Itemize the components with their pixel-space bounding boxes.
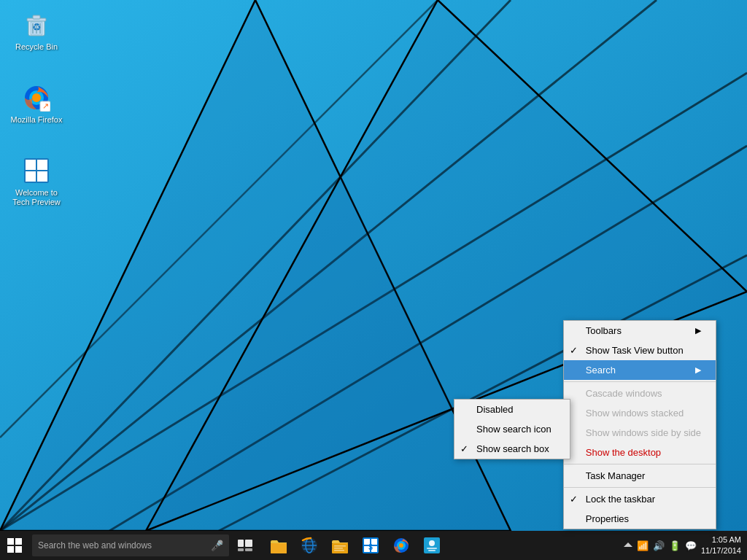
clock[interactable]: 1:05 AM 11/17/2014	[701, 534, 741, 557]
svg-point-19	[32, 93, 41, 102]
check-lock-taskbar: ✓	[570, 494, 578, 505]
taskbar: Search the web and windows 🎤	[0, 531, 747, 560]
menu-item-toolbars[interactable]: Toolbars ▶	[564, 321, 716, 341]
taskbar-search-box[interactable]: Search the web and windows 🎤	[32, 534, 229, 556]
svg-rect-29	[238, 548, 244, 551]
svg-marker-55	[624, 542, 632, 547]
menu-item-lock-taskbar[interactable]: ✓ Lock the taskbar	[564, 489, 716, 509]
task-view-icon	[238, 540, 252, 551]
extra-app-icon	[423, 537, 441, 554]
desktop-icon-welcome[interactable]: Welcome to Tech Preview	[7, 153, 66, 210]
menu-item-task-view[interactable]: ✓ Show Task View button	[564, 341, 716, 360]
microphone-icon: 🎤	[211, 540, 223, 551]
windows-logo	[7, 538, 22, 553]
svg-text:$: $	[368, 543, 373, 551]
volume-tray-icon[interactable]: 🔊	[653, 540, 665, 551]
search-submenu-icon[interactable]: Show search icon	[454, 419, 570, 439]
svg-rect-40	[334, 548, 343, 549]
desktop-icon-firefox[interactable]: ↗ Mozilla Firefox	[7, 80, 66, 128]
svg-rect-39	[334, 545, 346, 547]
svg-rect-24	[37, 160, 47, 170]
svg-rect-53	[427, 548, 437, 549]
search-submenu-box[interactable]: ✓ Show search box	[454, 439, 570, 459]
separator-1	[564, 381, 716, 382]
notification-tray-icon[interactable]: 💬	[685, 540, 697, 551]
network-tray-icon[interactable]: 📶	[637, 540, 649, 551]
menu-item-show-desktop[interactable]: Show the desktop	[564, 443, 716, 462]
separator-3	[564, 487, 716, 488]
svg-rect-12	[33, 15, 40, 19]
taskbar-store[interactable]: $	[356, 531, 385, 560]
file-explorer2-icon	[331, 537, 349, 553]
menu-item-side-by-side[interactable]: Show windows side by side	[564, 423, 716, 443]
search-submenu: Disabled Show search icon ✓ Show search …	[454, 399, 570, 459]
taskbar-app-icons: $	[264, 531, 446, 560]
system-tray: 📶 🔊 🔋 💬 1:05 AM 11/17/2014	[624, 534, 747, 557]
menu-item-task-manager[interactable]: Task Manager	[564, 466, 716, 486]
menu-item-properties[interactable]: Properties	[564, 509, 716, 529]
svg-rect-27	[238, 540, 244, 547]
store-icon: $	[362, 537, 379, 554]
battery-tray-icon[interactable]: 🔋	[669, 540, 681, 551]
svg-rect-26	[37, 171, 47, 182]
search-submenu-disabled[interactable]: Disabled	[454, 400, 570, 419]
separator-2	[564, 464, 716, 464]
clock-date: 11/17/2014	[701, 545, 741, 556]
svg-text:↗: ↗	[42, 101, 49, 110]
recycle-bin-icon: ♻	[22, 10, 51, 39]
svg-rect-54	[428, 550, 436, 551]
taskbar-context-menu: Toolbars ▶ ✓ Show Task View button Searc…	[563, 320, 716, 529]
svg-point-50	[399, 543, 403, 548]
svg-text:♻: ♻	[32, 21, 42, 33]
desktop-icon-recycle-bin[interactable]: ♻ Recycle Bin	[7, 7, 66, 55]
welcome-label: Welcome to Tech Preview	[10, 188, 63, 207]
taskbar-firefox[interactable]	[387, 531, 416, 560]
task-view-button[interactable]	[232, 531, 258, 560]
menu-item-search[interactable]: Search ▶	[564, 360, 716, 380]
check-search-box: ✓	[460, 443, 468, 454]
svg-rect-25	[26, 171, 36, 182]
submenu-arrow-search: ▶	[695, 365, 701, 375]
svg-rect-32	[271, 543, 287, 553]
start-button[interactable]	[0, 531, 29, 560]
svg-point-52	[429, 540, 435, 546]
file-explorer-icon	[270, 537, 287, 553]
svg-rect-41	[334, 550, 344, 551]
svg-rect-30	[245, 548, 252, 551]
tray-expand-icon[interactable]	[624, 541, 632, 550]
taskbar-explorer2[interactable]	[325, 531, 355, 560]
taskbar-file-explorer[interactable]	[264, 531, 293, 560]
desktop: ♻ Recycle Bin ↗ Mozilla Firefox	[0, 0, 747, 560]
taskbar-ie[interactable]	[295, 531, 324, 560]
search-placeholder: Search the web and windows	[38, 540, 211, 551]
svg-rect-23	[26, 160, 36, 170]
clock-time: 1:05 AM	[701, 534, 741, 545]
svg-rect-28	[245, 540, 252, 547]
taskbar-extra-icon[interactable]	[417, 531, 446, 560]
menu-item-stacked[interactable]: Show windows stacked	[564, 403, 716, 423]
firefox-icon: ↗	[22, 83, 51, 112]
firefox-label: Mozilla Firefox	[11, 115, 63, 125]
ie-icon	[301, 537, 318, 554]
welcome-icon	[22, 156, 51, 185]
menu-item-cascade[interactable]: Cascade windows	[564, 384, 716, 403]
taskbar-firefox-icon	[392, 537, 410, 554]
check-task-view: ✓	[570, 345, 578, 356]
submenu-arrow-toolbars: ▶	[695, 326, 701, 335]
recycle-bin-label: Recycle Bin	[15, 42, 58, 52]
